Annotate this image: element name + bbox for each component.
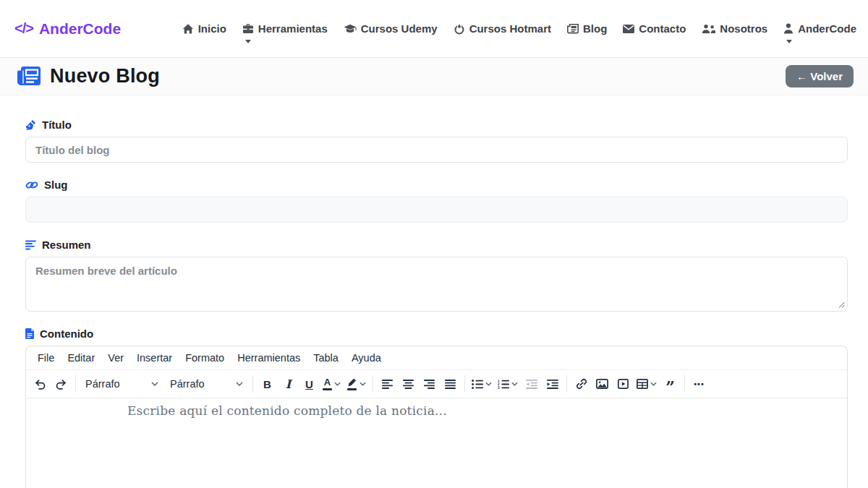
block-format-dropdown[interactable]: Párrafo	[80, 374, 164, 394]
toolbar-separator	[566, 375, 567, 393]
underline-button[interactable]: U	[299, 374, 320, 394]
indent-button[interactable]	[542, 374, 563, 394]
resumen-label: Resumen	[25, 239, 848, 251]
menu-tabla[interactable]: Tabla	[307, 349, 345, 367]
align-center-icon	[403, 380, 414, 389]
undo-icon	[34, 379, 46, 390]
nav-item-label: Cursos Udemy	[361, 22, 438, 35]
align-justify-button[interactable]	[440, 374, 461, 394]
editor-content-area[interactable]: Escribe aquí el contenido completo de la…	[26, 398, 847, 488]
image-icon	[596, 379, 608, 389]
slug-input[interactable]	[25, 197, 848, 223]
insert-group: ”	[571, 374, 681, 394]
undo-button[interactable]	[30, 374, 51, 394]
contenido-label: Contenido	[25, 328, 848, 340]
user-icon	[783, 23, 793, 34]
italic-button[interactable]: I	[278, 374, 299, 394]
redo-icon	[55, 379, 67, 390]
slug-label: Slug	[25, 179, 848, 191]
format-group: Párrafo Párrafo	[80, 374, 249, 394]
font-format-value: Párrafo	[170, 378, 205, 390]
numbered-list-button[interactable]: 123	[495, 374, 521, 394]
chevron-down-icon	[359, 382, 366, 386]
resumen-label-text: Resumen	[42, 239, 91, 251]
link-icon	[25, 180, 38, 190]
resize-handle-icon[interactable]	[838, 301, 845, 308]
insert-image-button[interactable]	[592, 374, 613, 394]
nav-item-nosotros[interactable]: Nosotros	[702, 22, 767, 35]
menu-formato[interactable]: Formato	[179, 349, 231, 367]
titulo-label: Título	[25, 119, 848, 131]
highlight-color-button[interactable]	[344, 374, 369, 394]
nav-item-blog[interactable]: Blog	[567, 22, 607, 35]
nav-item-account[interactable]: AnderCode	[783, 22, 856, 35]
nav-item-cursos-udemy[interactable]: Cursos Udemy	[344, 22, 438, 35]
insert-table-button[interactable]	[634, 374, 660, 394]
nav-item-label: Cursos Hotmart	[469, 22, 551, 35]
insert-media-button[interactable]	[613, 374, 634, 394]
align-left-button[interactable]	[377, 374, 398, 394]
align-justify-icon	[445, 380, 456, 389]
nav-item-contacto[interactable]: Contacto	[623, 22, 686, 35]
highlighter-icon	[346, 378, 357, 390]
nav-item-inicio[interactable]: Inicio	[182, 22, 226, 35]
media-icon	[618, 379, 629, 389]
page-title: Nuevo Blog	[17, 65, 160, 87]
more-options-button[interactable]: •••	[689, 374, 710, 394]
menu-file[interactable]: File	[31, 349, 61, 367]
history-group	[30, 374, 72, 394]
slug-label-text: Slug	[44, 179, 68, 191]
font-format-dropdown[interactable]: Párrafo	[164, 374, 249, 394]
editor-placeholder: Escribe aquí el contenido completo de la…	[127, 403, 835, 418]
resumen-textarea-wrap	[25, 257, 848, 312]
field-contenido: Contenido File Editar Ver Insertar Forma…	[25, 328, 848, 488]
nav-item-herramientas[interactable]: Herramientas	[242, 22, 328, 35]
align-group	[377, 374, 461, 394]
contenido-label-text: Contenido	[40, 328, 93, 340]
bold-button[interactable]: B	[257, 374, 278, 394]
chevron-down-icon	[650, 382, 657, 386]
envelope-icon	[623, 25, 634, 33]
brand-logo[interactable]: </> AnderCode	[14, 20, 121, 38]
menu-editar[interactable]: Editar	[61, 349, 101, 367]
menu-ver[interactable]: Ver	[101, 349, 130, 367]
chevron-down-icon	[245, 40, 251, 43]
align-right-button[interactable]	[419, 374, 440, 394]
top-navbar: </> AnderCode Inicio Herramientas Cursos…	[0, 0, 868, 58]
blockquote-button[interactable]: ”	[660, 374, 681, 394]
redo-button[interactable]	[51, 374, 72, 394]
field-slug: Slug	[25, 179, 848, 223]
numbered-list-icon: 123	[498, 380, 509, 389]
menu-ayuda[interactable]: Ayuda	[345, 349, 388, 367]
back-button[interactable]: ← Volver	[786, 65, 854, 87]
menu-insertar[interactable]: Insertar	[130, 349, 179, 367]
outdent-icon	[526, 380, 537, 389]
chevron-down-icon	[236, 382, 243, 386]
align-right-icon	[424, 380, 435, 389]
indent-icon	[547, 380, 558, 389]
outdent-button[interactable]	[521, 374, 542, 394]
resumen-textarea[interactable]	[25, 257, 848, 312]
hotmart-flame-icon	[454, 23, 465, 35]
toolbar-separator	[684, 375, 685, 393]
graduation-cap-icon	[344, 24, 357, 34]
rich-text-editor: File Editar Ver Insertar Formato Herrami…	[25, 346, 848, 488]
menu-herramientas[interactable]: Herramientas	[231, 349, 307, 367]
page-title-text: Nuevo Blog	[50, 65, 160, 87]
align-center-button[interactable]	[398, 374, 419, 394]
pen-nib-icon	[25, 119, 36, 130]
overflow-group: •••	[689, 374, 710, 394]
svg-text:3: 3	[498, 386, 500, 389]
link-icon	[576, 378, 587, 390]
chevron-down-icon	[485, 382, 492, 386]
insert-link-button[interactable]	[571, 374, 592, 394]
titulo-input[interactable]	[25, 137, 848, 163]
titulo-label-text: Título	[42, 119, 72, 131]
file-icon	[25, 328, 34, 339]
list-group: 123	[469, 374, 563, 394]
newspaper-icon	[17, 67, 41, 86]
nav-item-cursos-hotmart[interactable]: Cursos Hotmart	[454, 22, 551, 35]
bullet-list-button[interactable]	[469, 374, 495, 394]
text-color-button[interactable]: A	[320, 374, 344, 394]
align-left-icon	[25, 240, 36, 250]
